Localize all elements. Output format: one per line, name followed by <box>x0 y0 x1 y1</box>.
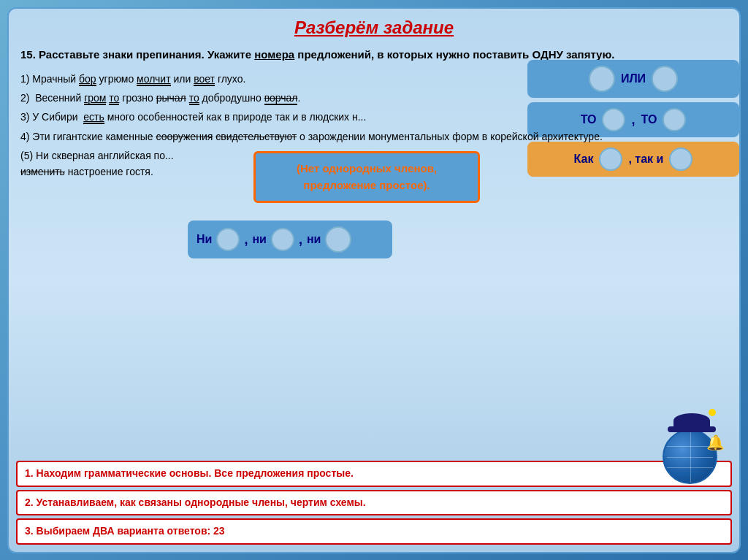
circle-ni3 <box>325 226 351 253</box>
underline-bor: бор <box>79 73 96 86</box>
ni-comma1: , <box>244 232 248 248</box>
circle-ni1 <box>216 228 240 251</box>
info-box-2: 2. Устанавливаем, как связаны однородные… <box>16 490 732 516</box>
ni-label2: ни <box>252 233 267 246</box>
main-container: Разберём задание 15. Расставьте знаки пр… <box>7 7 741 553</box>
ni-label3: ни <box>307 233 321 246</box>
underline-est: есть <box>83 111 104 124</box>
info-box-1: 1. Находим грамматические основы. Все пр… <box>16 461 732 487</box>
strikethrough-rychal: рычал <box>156 92 186 104</box>
underline-grom: гром <box>84 92 106 105</box>
info-box-2-text: 2. Устанавливаем, как связаны однородные… <box>25 496 723 510</box>
info-boxes-area: 1. Находим грамматические основы. Все пр… <box>16 461 732 545</box>
underline-molchit: молчит <box>137 73 171 86</box>
info-box-1-text: 1. Находим грамматические основы. Все пр… <box>25 467 723 481</box>
task-underlined: номера <box>254 48 294 61</box>
strikethrough-izmenit: изменить <box>20 166 65 177</box>
popup-ni-box: Ни , ни , ни <box>188 220 392 258</box>
sentence-3: 3) У Сибири есть много особенностей как … <box>20 109 728 125</box>
sentence-1: 1) Мрачный бор угрюмо молчит или воет гл… <box>20 71 728 87</box>
strikethrough-vorchal: ворчал <box>264 92 298 105</box>
ni-comma2: , <box>299 232 302 248</box>
sentence-4: 4) Эти гигантские каменные сооружения св… <box>20 129 728 145</box>
task-number: 15. <box>20 48 36 61</box>
page-title: Разберём задание <box>20 18 728 38</box>
popup-text: (Нет однородных членов, предложение прос… <box>266 161 468 193</box>
task-text2: предложений, в которых нужно поставить О… <box>294 48 614 61</box>
circle-ni2 <box>271 228 294 251</box>
task-text1: Расставьте знаки препинания. Укажите <box>39 48 254 61</box>
sentence-2: 2) Весенний гром то грозно рычал то добр… <box>20 90 728 106</box>
strikethrough-svidetelstvuyut: свидетельствуют <box>215 131 297 142</box>
ni-label1: Ни <box>196 233 212 246</box>
strikethrough-soorujeniya: сооружения <box>156 131 213 142</box>
underline-to1: то <box>109 92 119 105</box>
popup-box: (Нет однородных членов, предложение прос… <box>253 151 480 203</box>
underline-voet: воет <box>194 73 215 86</box>
underline-to2: то <box>189 92 199 105</box>
info-box-3-text: 3. Выбираем ДВА варианта ответов: 23 <box>25 524 723 539</box>
info-box-3: 3. Выбираем ДВА варианта ответов: 23 <box>16 518 732 545</box>
